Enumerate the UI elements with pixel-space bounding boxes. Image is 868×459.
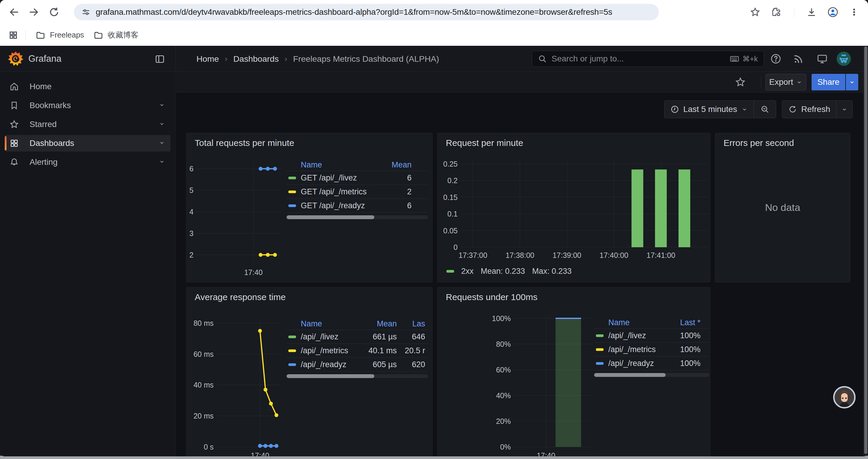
sidebar-item-dashboards[interactable]: Dashboards [5, 135, 170, 152]
column-header[interactable]: Mean [378, 160, 428, 169]
panel-title[interactable]: Total requests per minute [195, 138, 294, 148]
scrollbar-thumb[interactable] [864, 46, 867, 454]
sidebar-item-starred[interactable]: Starred [5, 116, 170, 133]
user-avatar[interactable] [837, 52, 851, 66]
chevron-down-icon[interactable] [159, 121, 166, 128]
request-per-minute-chart[interactable]: 00.050.10.150.20.2517:37:0017:38:0017:39… [438, 151, 711, 281]
legend-table-row[interactable]: /api/_/metrics40.1 ms20.5 r [286, 344, 428, 358]
site-settings-icon[interactable] [82, 8, 90, 17]
favorite-star-icon[interactable] [735, 77, 746, 88]
back-button[interactable] [7, 5, 21, 19]
downloads-icon[interactable] [805, 5, 818, 19]
legend-table-row[interactable]: /api/_/readyz100% [594, 357, 709, 370]
folder-icon [36, 30, 45, 40]
panel-request-per-minute: Request per minute 00.050.10.150.20.2517… [437, 133, 710, 282]
bookmark-folder-label: 收藏博客 [108, 30, 138, 40]
page-scrollbar[interactable] [863, 46, 868, 456]
bookmarks-separator [25, 30, 26, 40]
panel-title[interactable]: Requests under 100ms [446, 292, 537, 302]
chart-legend[interactable]: 2xx Mean: 0.233 Max: 0.233 [446, 267, 572, 276]
breadcrumb-home[interactable]: Home [196, 54, 219, 64]
svg-text:17:40: 17:40 [537, 451, 555, 456]
panel-title[interactable]: Average response time [195, 292, 286, 302]
svg-text:17:39:00: 17:39:00 [553, 251, 581, 259]
brand-title[interactable]: Grafana [28, 46, 61, 72]
sidebar-toggle-icon[interactable] [155, 54, 165, 64]
under-100ms-chart[interactable]: 100%80%60%40%20%0%17:40 [438, 314, 603, 456]
breadcrumb-dashboards[interactable]: Dashboards [234, 54, 279, 64]
grafana-header: Grafana Home › Dashboards › Freeleaps Me… [0, 46, 868, 72]
column-header[interactable]: Last * [674, 318, 709, 327]
sidebar-item-bookmarks[interactable]: Bookmarks [5, 97, 170, 114]
refresh-button[interactable]: Refresh [782, 101, 836, 118]
extensions-icon[interactable] [770, 5, 783, 19]
svg-text:5: 5 [189, 186, 193, 194]
bookmark-icon [9, 101, 19, 110]
legend-scrollbar-thumb [594, 373, 665, 377]
legend-table-row[interactable]: GET /api/_/metrics2 [286, 185, 428, 199]
legend-scrollbar[interactable] [594, 373, 709, 377]
help-icon[interactable] [770, 53, 781, 64]
legend-swatch [446, 270, 454, 273]
url-bar[interactable]: grafana.mathmast.com/d/deytv4rwavabkb/fr… [74, 4, 659, 21]
bookmark-folder-blogs[interactable]: 收藏博客 [89, 28, 143, 42]
sidebar-item-label: Bookmarks [30, 101, 71, 110]
forward-button[interactable] [27, 5, 41, 19]
panel-average-response-time: Average response time 80 ms60 ms40 ms20 … [186, 287, 433, 456]
average-response-chart[interactable]: 80 ms60 ms40 ms20 ms0 s17:40 [189, 314, 289, 456]
profile-icon[interactable] [826, 5, 840, 19]
svg-text:0.05: 0.05 [443, 227, 458, 235]
column-header[interactable]: Name [286, 160, 378, 169]
share-button[interactable]: Share [812, 74, 845, 90]
grafana-logo-icon[interactable] [8, 51, 24, 68]
refresh-interval-dropdown[interactable] [836, 101, 852, 118]
zoom-out-button[interactable] [754, 101, 776, 118]
chevron-down-icon[interactable] [159, 102, 166, 109]
column-header[interactable]: Mean [355, 319, 400, 328]
legend-scrollbar[interactable] [286, 374, 428, 378]
legend-series: 2xx [461, 267, 473, 276]
panel-title[interactable]: Request per minute [446, 138, 523, 148]
legend-table-row[interactable]: /api/_/readyz605 µs620 [286, 358, 428, 371]
column-header[interactable]: Las [400, 319, 428, 328]
assistant-avatar[interactable] [833, 386, 856, 408]
legend-table-row[interactable]: /api/_/livez100% [594, 329, 709, 342]
svg-text:60%: 60% [496, 366, 511, 374]
panel-total-requests: Total requests per minute 6543217:40 Nam… [186, 133, 433, 282]
svg-text:0%: 0% [500, 443, 511, 451]
search-input[interactable]: Search or jump to... ⌘+k [532, 51, 764, 67]
export-button[interactable]: Export [766, 74, 806, 90]
sidebar-item-home[interactable]: Home [5, 78, 170, 95]
series-swatch [596, 362, 603, 365]
legend-scrollbar[interactable] [286, 215, 428, 219]
legend-table-row[interactable]: /api/_/livez661 µs646 [286, 330, 428, 344]
sidebar-item-label: Alerting [30, 157, 58, 167]
tv-kiosk-icon[interactable] [816, 53, 828, 64]
reload-button[interactable] [47, 5, 61, 19]
legend-table: NameLast */api/_/livez100%/api/_/metrics… [594, 317, 709, 377]
legend-table-row[interactable]: GET /api/_/livez6 [286, 171, 428, 185]
series-swatch [288, 363, 296, 366]
column-header[interactable]: Name [594, 318, 674, 327]
legend-table-row[interactable]: GET /api/_/readyz6 [286, 199, 428, 213]
panel-title[interactable]: Errors per second [723, 138, 794, 148]
column-header[interactable]: Name [286, 319, 355, 328]
clock-icon [670, 105, 679, 114]
bookmark-star-icon[interactable] [748, 5, 762, 19]
chevron-down-icon[interactable] [159, 139, 166, 147]
browser-menu-icon[interactable] [847, 5, 861, 19]
share-dropdown-button[interactable] [846, 74, 858, 90]
legend-scrollbar-thumb [286, 215, 374, 219]
news-rss-icon[interactable] [793, 53, 804, 64]
bookmark-folder-freeleaps[interactable]: Freeleaps [31, 28, 89, 42]
total-requests-chart[interactable]: 6543217:40 [189, 159, 289, 283]
sidebar-item-alerting[interactable]: Alerting [5, 154, 170, 170]
legend-max: Max: 0.233 [532, 267, 572, 276]
legend-table-row[interactable]: /api/_/metrics100% [594, 342, 709, 357]
time-range-picker[interactable]: Last 5 minutes [664, 101, 754, 118]
svg-text:3: 3 [189, 229, 193, 237]
sidebar: Home Bookmarks Starred Dashboards Alerti [0, 72, 176, 456]
chevron-down-icon[interactable] [159, 158, 166, 166]
toolbar-separator [794, 7, 794, 17]
apps-grid-icon[interactable] [6, 28, 20, 42]
